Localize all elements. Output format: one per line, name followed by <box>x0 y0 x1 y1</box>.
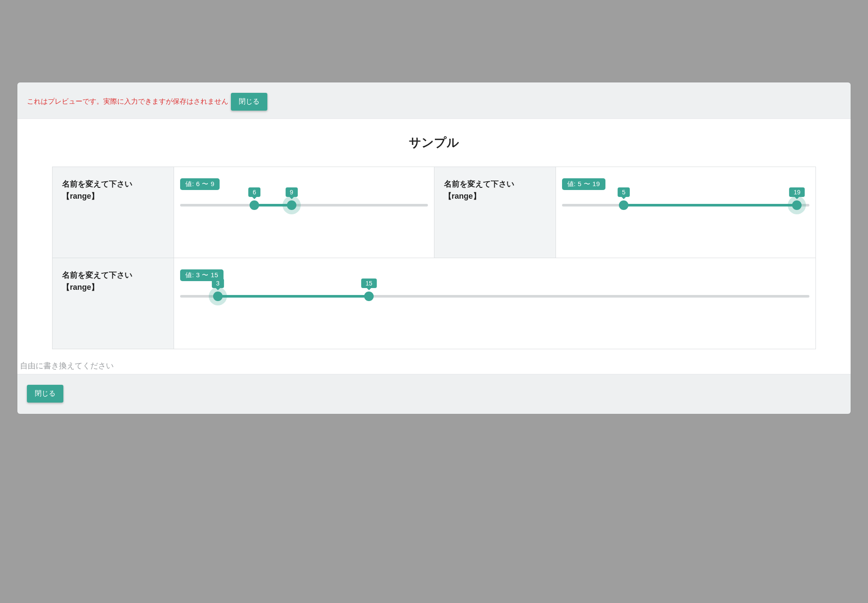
preview-dialog: これはプレビューです。実際に入力できますが保存はされません 閉じる サンプル 名… <box>17 82 851 414</box>
range-slider[interactable]: 519 <box>562 200 810 210</box>
field-body: 値: 3 〜 15315 <box>174 258 815 349</box>
field-label: 名前を変えて下さい【range】 <box>434 167 556 258</box>
field-body: 値: 5 〜 19519 <box>556 167 816 258</box>
form-title: サンプル <box>17 134 851 151</box>
slider-thumb-low[interactable] <box>213 292 223 301</box>
range-slider[interactable]: 69 <box>180 200 428 210</box>
free-text-input[interactable] <box>17 358 851 374</box>
field-label: 名前を変えて下さい【range】 <box>53 167 174 258</box>
field-cell: 名前を変えて下さい【range】値: 3 〜 15315 <box>53 258 816 349</box>
slider-bubble-low: 5 <box>618 187 630 197</box>
slider-bubble-high: 15 <box>361 279 377 288</box>
slider-thumb-low[interactable] <box>250 200 259 210</box>
slider-thumb-high[interactable] <box>287 200 296 210</box>
field-body: 値: 6 〜 969 <box>174 167 434 258</box>
slider-bubble-low: 3 <box>212 279 224 288</box>
slider-thumb-low[interactable] <box>619 200 628 210</box>
close-button-top[interactable]: 閉じる <box>231 93 267 111</box>
slider-fill <box>624 204 797 206</box>
slider-fill <box>218 295 369 298</box>
preview-bar: これはプレビューです。実際に入力できますが保存はされません 閉じる <box>17 89 851 118</box>
field-cell: 名前を変えて下さい【range】値: 6 〜 969 <box>53 167 434 258</box>
value-chip: 値: 5 〜 19 <box>562 178 605 190</box>
close-button-bottom[interactable]: 閉じる <box>27 385 63 403</box>
fields-grid: 名前を変えて下さい【range】値: 6 〜 969名前を変えて下さい【rang… <box>52 167 816 349</box>
slider-thumb-high[interactable] <box>364 292 374 301</box>
range-slider[interactable]: 315 <box>180 292 809 301</box>
value-chip: 値: 6 〜 9 <box>180 178 220 190</box>
slider-bubble-high: 19 <box>789 187 805 197</box>
preview-notice: これはプレビューです。実際に入力できますが保存はされません <box>27 97 228 106</box>
field-cell: 名前を変えて下さい【range】値: 5 〜 19519 <box>434 167 816 258</box>
slider-thumb-high[interactable] <box>792 200 802 210</box>
field-label: 名前を変えて下さい【range】 <box>53 258 174 349</box>
form-panel: サンプル 名前を変えて下さい【range】値: 6 〜 969名前を変えて下さい… <box>17 118 851 374</box>
slider-rail <box>180 204 428 206</box>
slider-bubble-high: 9 <box>286 187 298 197</box>
slider-bubble-low: 6 <box>248 187 260 197</box>
